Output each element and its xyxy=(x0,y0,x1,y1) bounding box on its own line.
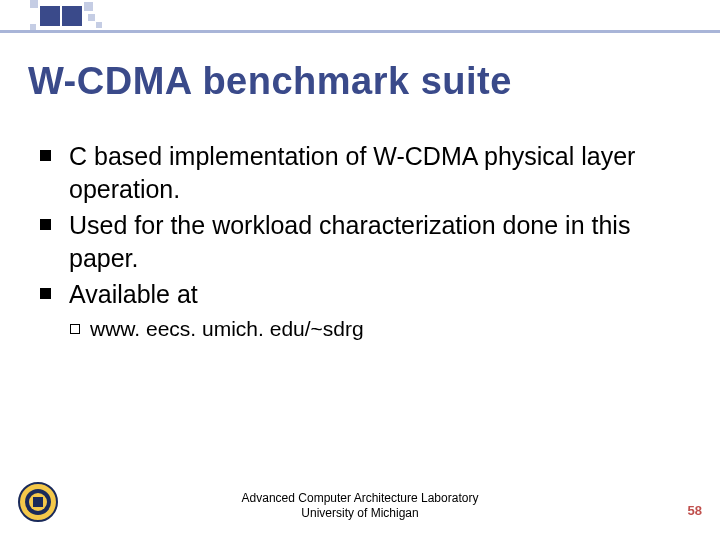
slide-content: C based implementation of W-CDMA physica… xyxy=(40,140,680,341)
page-number: 58 xyxy=(688,503,702,518)
header-decoration xyxy=(0,0,720,40)
bullet-item: Used for the workload characterization d… xyxy=(40,209,680,274)
bullet-text: C based implementation of W-CDMA physica… xyxy=(69,140,680,205)
bullet-text: Available at xyxy=(69,278,198,311)
footer-line2: University of Michigan xyxy=(301,506,418,520)
footer-text: Advanced Computer Architecture Laborator… xyxy=(0,491,720,522)
sub-bullet-text: www. eecs. umich. edu/~sdrg xyxy=(90,317,364,341)
footer-line1: Advanced Computer Architecture Laborator… xyxy=(242,491,479,505)
sub-bullet-item: www. eecs. umich. edu/~sdrg xyxy=(70,317,680,341)
slide-title: W-CDMA benchmark suite xyxy=(28,60,512,103)
slide-footer: Advanced Computer Architecture Laborator… xyxy=(0,483,720,528)
bullet-text: Used for the workload characterization d… xyxy=(69,209,680,274)
bullet-square-icon xyxy=(40,150,51,161)
bullet-item: Available at xyxy=(40,278,680,311)
bullet-square-icon xyxy=(40,219,51,230)
sub-bullet-square-icon xyxy=(70,324,80,334)
bullet-item: C based implementation of W-CDMA physica… xyxy=(40,140,680,205)
bullet-square-icon xyxy=(40,288,51,299)
